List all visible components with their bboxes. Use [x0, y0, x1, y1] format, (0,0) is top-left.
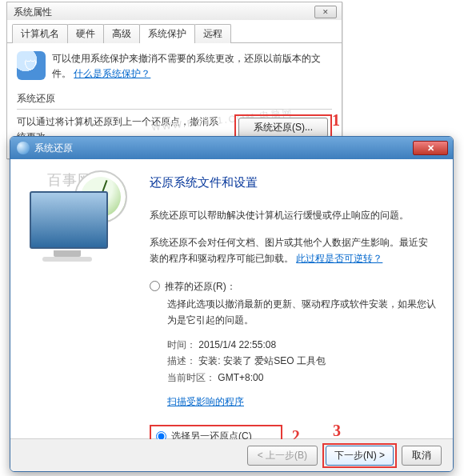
- is-reversible-link[interactable]: 此过程是否可逆转？: [296, 253, 382, 264]
- recommended-restore-label: 推荐的还原(R)：: [165, 278, 236, 294]
- annotation-1: 1: [332, 111, 340, 130]
- tab-remote[interactable]: 远程: [194, 24, 231, 43]
- desc-label: 描述：: [167, 355, 196, 366]
- wizard-body: 百事网 还原系统文件和设置 系统还原可以帮助解决使计算机运行缓慢或停止响应的问题…: [10, 159, 453, 439]
- wizard-titlebar: 系统还原 ✕: [10, 137, 453, 159]
- window-title: 系统属性: [14, 6, 52, 19]
- system-restore-button[interactable]: 系统还原(S)...: [238, 118, 328, 138]
- shield-icon: 🛡: [17, 51, 46, 80]
- timezone-value: GMT+8:00: [218, 372, 263, 383]
- scan-affected-programs-link[interactable]: 扫描受影响的程序: [167, 396, 244, 407]
- tab-system-protection[interactable]: 系统保护: [139, 24, 195, 43]
- tab-row: 计算机名 硬件 高级 系统保护 远程: [7, 20, 342, 43]
- annotation-3: 3: [333, 422, 341, 440]
- close-icon[interactable]: ✕: [413, 141, 448, 155]
- wizard-paragraph-2: 系统还原不会对任何文档、图片或其他个人数据产生影响。最近安装的程序和驱动程序可能…: [150, 234, 437, 267]
- close-icon[interactable]: ✕: [314, 6, 337, 18]
- next-button[interactable]: 下一步(N) >: [326, 446, 394, 466]
- tab-computer-name[interactable]: 计算机名: [12, 24, 68, 43]
- wizard-sidebar: 百事网: [10, 159, 146, 438]
- protection-text: 可以使用系统保护来撤消不需要的系统更改，还原以前版本的文件。 什么是系统保护？: [52, 51, 332, 81]
- what-is-system-protection-link[interactable]: 什么是系统保护？: [74, 68, 150, 79]
- protection-info: 🛡 可以使用系统保护来撤消不需要的系统更改，还原以前版本的文件。 什么是系统保护…: [17, 51, 332, 81]
- timezone-label: 当前时区：: [167, 372, 215, 383]
- tab-hardware[interactable]: 硬件: [67, 24, 104, 43]
- time-value: 2015/1/4 22:55:08: [198, 339, 276, 350]
- wizard-footer: 3 < 上一步(B) 下一步(N) > 取消: [10, 439, 453, 471]
- system-restore-wizard-window: 系统还原 ✕ 百事网 还原系统文件和设置 系统还原可以帮助解决使计算机运行缓慢或…: [10, 136, 454, 472]
- restore-point-details: 时间： 2015/1/4 22:55:08 描述： 安装: 安装了 爱站SEO …: [167, 337, 437, 410]
- annotation-box-3: 下一步(N) >: [322, 443, 397, 468]
- titlebar: 系统属性 ✕: [7, 2, 342, 20]
- monitor-clock-icon: [26, 170, 130, 266]
- tab-advanced[interactable]: 高级: [103, 24, 140, 43]
- recommended-restore-radio-input[interactable]: [150, 281, 160, 291]
- desc-value: 安装: 安装了 爱站SEO 工具包: [198, 355, 326, 366]
- wizard-paragraph-1: 系统还原可以帮助解决使计算机运行缓慢或停止响应的问题。: [150, 207, 437, 223]
- wizard-content: 还原系统文件和设置 系统还原可以帮助解决使计算机运行缓慢或停止响应的问题。 系统…: [146, 159, 453, 438]
- wizard-title: 系统还原: [34, 142, 73, 155]
- recommended-restore-desc: 选择此选项以撤消最新的更新、驱动程序或软件安装，如果您认为是它引起的问题。: [167, 296, 437, 329]
- back-button: < 上一步(B): [247, 446, 318, 466]
- wizard-heading: 还原系统文件和设置: [150, 172, 437, 193]
- restore-icon: [17, 142, 30, 154]
- system-restore-group-label: 系统还原: [17, 92, 332, 106]
- divider: [17, 109, 332, 110]
- time-label: 时间：: [167, 339, 196, 350]
- cancel-button[interactable]: 取消: [402, 446, 442, 466]
- recommended-restore-radio[interactable]: 推荐的还原(R)：: [150, 278, 437, 294]
- monitor-icon: [30, 191, 108, 249]
